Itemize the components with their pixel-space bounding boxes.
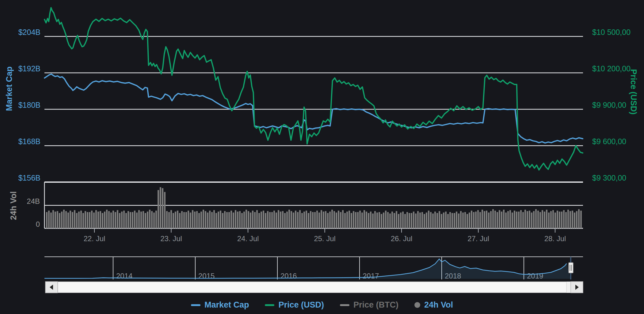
volume-bar bbox=[439, 211, 440, 228]
x-axis-label: 28. Jul bbox=[544, 234, 566, 243]
line-marker-icon bbox=[265, 304, 274, 306]
volume-bar bbox=[85, 211, 86, 228]
volume-bar bbox=[338, 211, 339, 228]
volume-bar bbox=[563, 210, 565, 228]
volume-bar bbox=[224, 211, 226, 228]
volume-bar bbox=[512, 212, 513, 228]
volume-bar bbox=[263, 211, 264, 228]
chart-canvas[interactable]: 22. Jul23. Jul24. Jul25. Jul26. Jul27. J… bbox=[0, 0, 644, 314]
volume-bar bbox=[87, 212, 88, 228]
volume-bar bbox=[276, 212, 277, 228]
volume-bar bbox=[267, 211, 269, 228]
volume-bar bbox=[50, 212, 52, 228]
legend-item-24h-vol[interactable]: 24h Vol bbox=[414, 300, 453, 310]
volume-bar bbox=[514, 211, 515, 228]
volume-bar bbox=[554, 212, 556, 228]
volume-bar bbox=[70, 211, 71, 228]
volume-bar bbox=[151, 211, 153, 228]
volume-bar bbox=[552, 210, 554, 228]
left-axis-label: $156B bbox=[18, 174, 40, 182]
volume-bar bbox=[173, 213, 174, 228]
volume-bar bbox=[233, 212, 234, 228]
volume-bar bbox=[168, 212, 170, 228]
volume-bar bbox=[138, 210, 140, 228]
volume-bar bbox=[89, 212, 90, 228]
volume-bar bbox=[430, 212, 432, 228]
volume-bar bbox=[372, 214, 374, 228]
legend-item-price-btc-[interactable]: Price (BTC) bbox=[340, 300, 398, 310]
volume-axis-title: 24h Vol bbox=[9, 191, 18, 220]
volume-bar bbox=[203, 210, 204, 228]
right-axis-label: $10 200,00 bbox=[592, 64, 631, 73]
volume-bar bbox=[273, 211, 275, 228]
volume-bar bbox=[426, 212, 427, 228]
volume-bar bbox=[497, 212, 498, 228]
volume-bar bbox=[494, 211, 496, 228]
legend-item-price-usd-[interactable]: Price (USD) bbox=[265, 300, 324, 310]
volume-bar bbox=[565, 212, 567, 228]
volume-bar bbox=[452, 213, 453, 228]
volume-bar bbox=[198, 213, 200, 228]
volume-bar bbox=[323, 211, 324, 228]
volume-bar bbox=[78, 211, 80, 228]
volume-bar bbox=[128, 211, 129, 228]
volume-bar bbox=[353, 211, 354, 228]
volume-bar bbox=[396, 211, 397, 228]
volume-bar bbox=[254, 212, 256, 228]
volume-bar bbox=[215, 213, 217, 228]
volume-bar bbox=[286, 211, 288, 228]
volume-bar bbox=[349, 211, 350, 228]
volume-bar bbox=[297, 212, 299, 228]
volume-bar bbox=[445, 211, 447, 228]
right-axis-label: $9 900,00 bbox=[592, 101, 626, 109]
volume-bar bbox=[374, 211, 376, 228]
volume-bar bbox=[196, 211, 198, 228]
volume-bar bbox=[404, 214, 406, 228]
volume-bar bbox=[158, 190, 159, 228]
right-axis-label: $9 600,00 bbox=[592, 137, 626, 146]
volume-bar bbox=[121, 211, 123, 228]
volume-bar bbox=[166, 211, 168, 228]
volume-bar bbox=[293, 212, 294, 228]
volume-bar bbox=[106, 210, 108, 228]
volume-bar bbox=[170, 210, 172, 228]
volume-bar bbox=[458, 214, 459, 228]
volume-bar bbox=[179, 213, 181, 228]
volume-bar bbox=[482, 210, 483, 228]
volume-bar bbox=[117, 210, 118, 228]
volume-bar bbox=[143, 211, 144, 228]
volume-bar bbox=[194, 211, 196, 228]
volume-bar bbox=[370, 211, 372, 228]
volume-bar bbox=[321, 210, 322, 228]
volume-bar bbox=[162, 188, 163, 228]
volume-bar bbox=[576, 211, 577, 228]
volume-bar bbox=[82, 213, 84, 228]
volume-bar bbox=[473, 212, 474, 228]
navigator-resize-handle[interactable] bbox=[569, 263, 573, 273]
volume-bar bbox=[155, 211, 157, 228]
volume-bar bbox=[499, 210, 500, 228]
x-axis-label: 24. Jul bbox=[237, 234, 259, 243]
volume-bar bbox=[181, 211, 183, 228]
volume-bar bbox=[428, 211, 429, 228]
volume-bar bbox=[415, 214, 417, 228]
volume-bar bbox=[340, 212, 341, 228]
legend-item-market-cap[interactable]: Market Cap bbox=[191, 300, 249, 310]
volume-bar bbox=[102, 213, 103, 228]
volume-bar bbox=[104, 211, 105, 228]
volume-bar bbox=[55, 211, 56, 228]
scrollbar-thumb[interactable] bbox=[58, 282, 566, 293]
volume-bar bbox=[501, 211, 502, 228]
volume-bar bbox=[149, 210, 151, 228]
volume-bar bbox=[441, 214, 442, 228]
volume-bar bbox=[548, 212, 550, 228]
volume-bar bbox=[357, 212, 359, 228]
volume-bar bbox=[507, 211, 509, 228]
volume-bar bbox=[467, 214, 468, 228]
x-axis-label: 25. Jul bbox=[314, 234, 336, 243]
left-axis-title: Market Cap bbox=[5, 66, 14, 111]
volume-bar bbox=[177, 211, 178, 228]
volume-bar bbox=[383, 212, 384, 228]
legend-item-label: Price (BTC) bbox=[353, 300, 398, 310]
volume-bar bbox=[379, 212, 380, 228]
